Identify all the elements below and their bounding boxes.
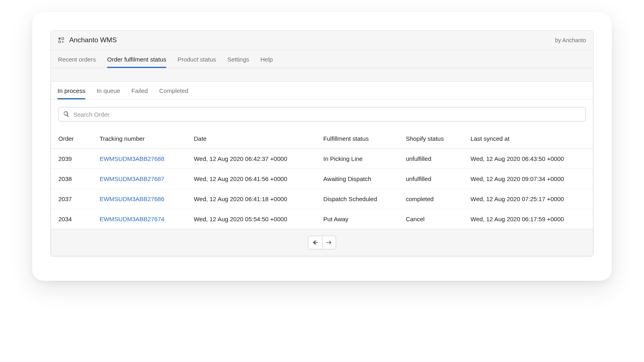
app-header: Anchanto WMS by Anchanto (51, 31, 593, 50)
next-page-button[interactable] (322, 236, 336, 249)
cell-order: 2034 (51, 209, 92, 229)
col-last-synced: Last synced at (463, 129, 593, 149)
cell-synced: Wed, 12 Aug 2020 06:43:50 +0000 (463, 149, 593, 169)
tab-order-fulfilment-status[interactable]: Order fulfilment status (107, 50, 166, 68)
cell-date: Wed, 12 Aug 2020 06:42:37 +0000 (186, 149, 316, 169)
subtab-in-process[interactable]: In process (58, 82, 85, 99)
app-byline: by Anchanto (555, 37, 586, 43)
search-icon (63, 111, 70, 118)
col-order: Order (51, 129, 92, 149)
app-icon (58, 37, 64, 43)
cell-order: 2039 (51, 149, 92, 169)
col-shopify-status: Shopify status (398, 129, 463, 149)
tracking-link[interactable]: EWMSUDM3ABB27686 (99, 195, 164, 202)
col-date: Date (186, 129, 316, 149)
table-row: 2038 EWMSUDM3ABB27687 Wed, 12 Aug 2020 0… (51, 169, 593, 189)
tab-product-status[interactable]: Product status (178, 50, 216, 68)
cell-date: Wed, 12 Aug 2020 05:54:50 +0000 (186, 209, 316, 229)
prev-page-button[interactable] (308, 236, 322, 249)
col-tracking: Tracking number (92, 129, 186, 149)
app-window: Anchanto WMS by Anchanto Recent orders O… (32, 12, 612, 281)
app-panel: Anchanto WMS by Anchanto Recent orders O… (50, 30, 594, 257)
pager (308, 236, 336, 249)
content-card: In process In queue Failed Completed Ord… (51, 81, 593, 256)
cell-fulfillment: In Picking Line (316, 149, 398, 169)
cell-date: Wed, 12 Aug 2020 06:41:18 +0000 (186, 189, 316, 209)
cell-shopify: unfulfilled (398, 149, 463, 169)
search-box[interactable] (58, 107, 586, 121)
cell-synced: Wed, 12 Aug 2020 09:07:34 +0000 (463, 169, 593, 189)
tracking-link[interactable]: EWMSUDM3ABB27687 (99, 175, 164, 182)
cell-shopify: unfulfilled (398, 169, 463, 189)
pagination (51, 229, 593, 256)
table-row: 2037 EWMSUDM3ABB27686 Wed, 12 Aug 2020 0… (51, 189, 593, 209)
subtab-failed[interactable]: Failed (132, 82, 148, 99)
main-tabs: Recent orders Order fulfilment status Pr… (51, 50, 593, 68)
tracking-link[interactable]: EWMSUDM3ABB27688 (99, 155, 164, 162)
svg-rect-0 (59, 38, 61, 40)
cell-synced: Wed, 12 Aug 2020 06:17:59 +0000 (463, 209, 593, 229)
svg-rect-1 (62, 38, 64, 40)
arrow-right-icon (326, 239, 333, 246)
cell-date: Wed, 12 Aug 2020 06:41:56 +0000 (186, 169, 316, 189)
app-title: Anchanto WMS (69, 36, 117, 44)
orders-table: Order Tracking number Date Fulfillment s… (51, 129, 593, 229)
table-header-row: Order Tracking number Date Fulfillment s… (51, 129, 593, 149)
arrow-left-icon (312, 239, 319, 246)
cell-order: 2037 (51, 189, 92, 209)
cell-fulfillment: Dispatch Scheduled (316, 189, 398, 209)
table-row: 2034 EWMSUDM3ABB27674 Wed, 12 Aug 2020 0… (51, 209, 593, 229)
sub-tabs: In process In queue Failed Completed (51, 82, 593, 100)
cell-fulfillment: Put Away (316, 209, 398, 229)
col-fulfillment-status: Fulfillment status (316, 129, 398, 149)
cell-order: 2038 (51, 169, 92, 189)
cell-fulfillment: Awaiting Dispatch (316, 169, 398, 189)
tab-settings[interactable]: Settings (227, 50, 249, 68)
cell-shopify: completed (398, 189, 463, 209)
search-wrap (51, 100, 593, 123)
cell-synced: Wed, 12 Aug 2020 07:25:17 +0000 (463, 189, 593, 209)
tab-recent-orders[interactable]: Recent orders (58, 50, 96, 68)
svg-rect-2 (59, 41, 61, 43)
cell-shopify: Cancel (398, 209, 463, 229)
tab-help[interactable]: Help (260, 50, 273, 68)
table-row: 2039 EWMSUDM3ABB27688 Wed, 12 Aug 2020 0… (51, 149, 593, 169)
search-input[interactable] (73, 111, 581, 118)
subtab-in-queue[interactable]: In queue (97, 82, 120, 99)
tracking-link[interactable]: EWMSUDM3ABB27674 (99, 216, 164, 222)
subtab-completed[interactable]: Completed (159, 82, 188, 99)
